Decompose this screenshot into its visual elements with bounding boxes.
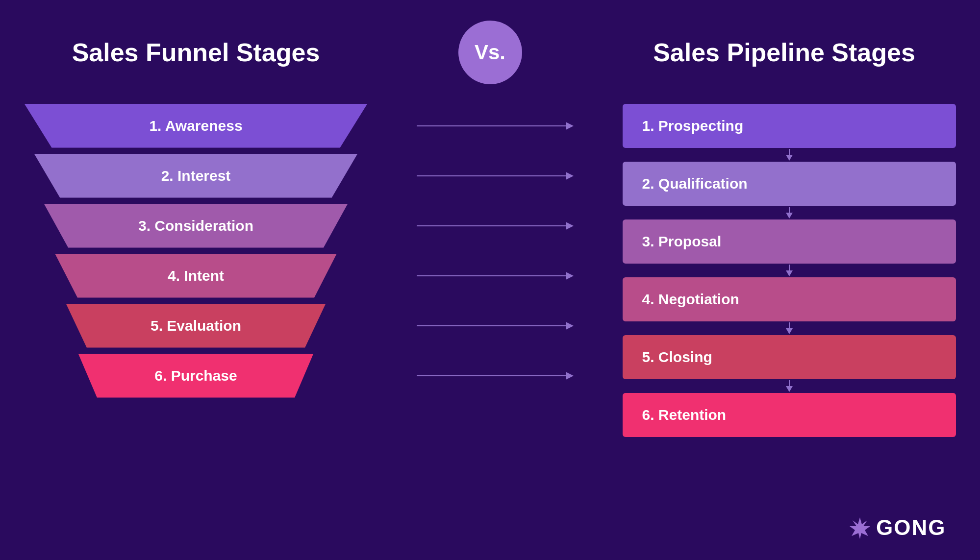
arrows-side: [402, 104, 588, 398]
funnel-item-2: 2. Interest: [34, 154, 358, 198]
down-arrow-1: [786, 149, 793, 161]
gong-logo: GONG: [849, 515, 946, 540]
pipeline-item-6: 6. Retention: [623, 393, 956, 437]
arrow-1: [402, 104, 588, 148]
horizontal-arrow-3: [417, 222, 574, 230]
pipeline-item-wrapper-5: 5. Closing: [623, 335, 956, 379]
main-container: Sales Funnel Stages Vs. Sales Pipeline S…: [25, 21, 956, 540]
pipeline-title: Sales Pipeline Stages: [613, 38, 956, 67]
arrow-head: [566, 122, 574, 130]
vs-circle: Vs.: [458, 21, 522, 84]
arrow-head: [566, 172, 574, 180]
horizontal-arrow-2: [417, 172, 574, 180]
funnel-side: 1. Awareness 2. Interest 3. Consideratio…: [25, 104, 368, 398]
content-row: 1. Awareness 2. Interest 3. Consideratio…: [25, 104, 956, 540]
pipeline-item-wrapper-3: 3. Proposal: [623, 219, 956, 264]
arrow-5: [402, 304, 588, 348]
pipeline-item-3: 3. Proposal: [623, 219, 956, 264]
funnel-item-4: 4. Intent: [55, 254, 337, 298]
horizontal-arrow-4: [417, 272, 574, 280]
funnel-item-6: 6. Purchase: [78, 354, 314, 398]
arrow-line: [417, 225, 566, 226]
arrow-4: [402, 254, 588, 298]
down-arrow-2: [786, 207, 793, 219]
funnel-item-1: 1. Awareness: [25, 104, 368, 148]
horizontal-arrow-6: [417, 372, 574, 380]
vs-label: Vs.: [475, 41, 505, 64]
arrow-6: [402, 354, 588, 398]
arrow-head: [566, 322, 574, 330]
arrow-line: [417, 175, 566, 176]
header-row: Sales Funnel Stages Vs. Sales Pipeline S…: [25, 21, 956, 84]
down-arrow-3: [786, 265, 793, 276]
pipeline-item-wrapper-2: 2. Qualification: [623, 162, 956, 206]
arrow-2: [402, 154, 588, 198]
pipeline-item-2: 2. Qualification: [623, 162, 956, 206]
funnel-item-3: 3. Consideration: [44, 204, 348, 248]
funnel-item-5: 5. Evaluation: [66, 304, 326, 348]
horizontal-arrow-5: [417, 322, 574, 330]
arrow-head: [566, 372, 574, 380]
horizontal-arrow-1: [417, 122, 574, 130]
pipeline-side: 1. Prospecting 2. Qualification 3. Propo…: [623, 104, 956, 437]
arrow-head: [566, 272, 574, 280]
pipeline-item-wrapper-1: 1. Prospecting: [623, 104, 956, 148]
arrow-line: [417, 275, 566, 276]
pipeline-item-1: 1. Prospecting: [623, 104, 956, 148]
down-arrow-4: [786, 322, 793, 334]
svg-marker-0: [850, 517, 870, 539]
arrow-line: [417, 125, 566, 126]
gong-icon: [849, 516, 871, 539]
arrow-head: [566, 222, 574, 230]
brand-name: GONG: [876, 515, 946, 540]
pipeline-item-wrapper-4: 4. Negotiation: [623, 277, 956, 321]
funnel-title: Sales Funnel Stages: [25, 38, 368, 67]
arrow-3: [402, 204, 588, 248]
pipeline-item-5: 5. Closing: [623, 335, 956, 379]
pipeline-item-4: 4. Negotiation: [623, 277, 956, 321]
pipeline-item-wrapper-6: 6. Retention: [623, 393, 956, 437]
down-arrow-5: [786, 380, 793, 392]
arrow-line: [417, 325, 566, 326]
arrow-line: [417, 375, 566, 376]
